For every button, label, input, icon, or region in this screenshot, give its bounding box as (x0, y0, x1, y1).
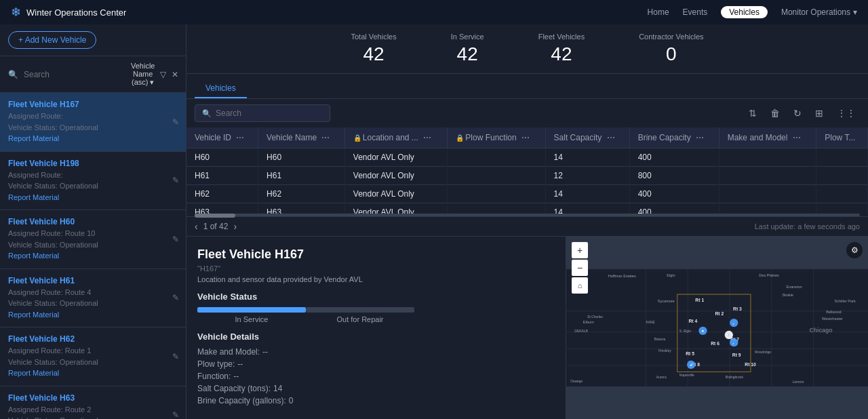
vehicle-edit-icon[interactable]: ✎ (172, 117, 179, 127)
vehicle-report-link[interactable]: Report Material (8, 369, 59, 377)
cell-vehicle-name: H60 (258, 148, 345, 167)
table-row[interactable]: H61 H61 Vendor AVL Only 12 800 (186, 167, 868, 185)
nav-events[interactable]: Events (683, 7, 708, 17)
vehicle-item-meta: Assigned Route: Route 10Vehicle Status: … (8, 228, 178, 262)
map-controls: + − ⌂ (572, 242, 588, 294)
cell-make-model (719, 203, 816, 214)
table-row[interactable]: H63 H63 Vendor AVL Only 14 400 (186, 203, 868, 214)
table-row[interactable]: H60 H60 Vendor AVL Only 14 400 (186, 148, 868, 167)
table-area: Vehicles 🔍 ⇅ 🗑 ↻ ⊞ ⋮⋮ (186, 74, 868, 419)
detail-function: Function: -- (197, 372, 555, 381)
status-out-repair-label: Out for Repair (306, 315, 414, 323)
svg-text:Rt 4: Rt 4 (688, 319, 697, 323)
stat-fleet-vehicles: Fleet Vehicles 42 (538, 33, 585, 65)
vehicle-item-meta: Assigned Route: Route 2Vehicle Status: O… (8, 404, 178, 420)
svg-text:Rt 6: Rt 6 (711, 341, 719, 346)
vehicle-report-link[interactable]: Report Material (8, 311, 59, 319)
cell-plow-function (448, 185, 545, 203)
top-navigation: ❄ Winter Operations Center Home Events V… (0, 0, 868, 24)
col-plow-function: 🔒Plow Function ⋯ (448, 127, 545, 148)
svg-text:↙: ↙ (690, 362, 693, 367)
vehicle-report-link[interactable]: Report Material (8, 134, 59, 142)
vehicle-edit-icon[interactable]: ✎ (172, 410, 179, 419)
filter-icon[interactable]: ▽ (160, 70, 166, 79)
detail-brine-capacity: Brine Capacity (gallons): 0 (197, 396, 555, 405)
tab-vehicles[interactable]: Vehicles (195, 79, 247, 98)
sidebar-search-input[interactable] (24, 70, 125, 79)
nav-vehicles[interactable]: Vehicles (721, 6, 768, 18)
vehicle-list-item[interactable]: Fleet Vehicle H167 Assigned Route:Vehicl… (0, 93, 186, 152)
vehicle-list-item[interactable]: Fleet Vehicle H63 Assigned Route: Route … (0, 386, 186, 420)
brand-title: Winter Operations Center (26, 7, 126, 18)
col-sort-model[interactable]: ⋯ (793, 133, 801, 142)
table-toolbar: 🔍 ⇅ 🗑 ↻ ⊞ ⋮⋮ (186, 99, 868, 127)
table-grid-btn[interactable]: ⋮⋮ (833, 106, 860, 120)
clear-filter-icon[interactable]: ✕ (172, 70, 178, 79)
vehicle-edit-icon[interactable]: ✎ (172, 235, 179, 244)
svg-text:Oswego: Oswego (570, 380, 583, 383)
vehicle-list-item[interactable]: Fleet Vehicle H60 Assigned Route: Route … (0, 210, 186, 269)
cell-salt-capacity: 14 (545, 203, 629, 214)
vehicle-list-item[interactable]: Fleet Vehicle H62 Assigned Route: Route … (0, 327, 186, 386)
table-filter-btn[interactable]: ⇅ (745, 106, 761, 120)
col-sort-brine[interactable]: ⋯ (696, 133, 704, 142)
vehicles-table: Vehicle ID ⋯ Vehicle Name ⋯ 🔒Location an… (186, 127, 868, 214)
vehicle-list: Fleet Vehicle H167 Assigned Route:Vehicl… (0, 93, 186, 419)
col-sort-salt[interactable]: ⋯ (607, 133, 615, 142)
map-zoom-in-btn[interactable]: + (572, 242, 588, 258)
cell-vehicle-name: H62 (258, 185, 345, 203)
vehicle-item-name: Fleet Vehicle H198 (8, 159, 178, 168)
stat-contractor-vehicles: Contractor Vehicles 0 (639, 33, 703, 65)
table-search-container: 🔍 (195, 104, 330, 122)
nav-home[interactable]: Home (648, 7, 669, 17)
vehicle-item-name: Fleet Vehicle H62 (8, 334, 178, 344)
sort-button[interactable]: Vehicle Name (asc) ▾ (131, 62, 155, 87)
status-labels: In Service Out for Repair (197, 315, 555, 323)
svg-text:›: › (732, 340, 734, 345)
table-delete-btn[interactable]: 🗑 (766, 106, 784, 120)
cell-location: Vendor AVL Only (344, 167, 447, 185)
add-vehicle-button[interactable]: + Add New Vehicle (8, 31, 96, 49)
status-bar-container (197, 307, 555, 313)
next-page-btn[interactable]: › (233, 221, 237, 232)
vehicle-report-link[interactable]: Report Material (8, 193, 59, 201)
vehicle-report-link[interactable]: Report Material (8, 252, 59, 260)
col-plow-type: Plow T... (816, 127, 868, 148)
detail-salt-capacity: Salt Capacity (tons): 14 (197, 384, 555, 393)
table-row[interactable]: H62 H62 Vendor AVL Only 14 400 (186, 185, 868, 203)
vehicle-edit-icon[interactable]: ✎ (172, 293, 179, 302)
svg-text:Rt 10: Rt 10 (745, 362, 756, 367)
cell-brine-capacity: 400 (629, 148, 719, 167)
col-sort-plow[interactable]: ⋯ (521, 133, 530, 142)
table-search-input[interactable] (216, 108, 317, 118)
nav-monitor[interactable]: Monitor Operations ▾ (781, 7, 857, 17)
prev-page-btn[interactable]: ‹ (195, 221, 198, 232)
detail-vehicle-subtitle: "H167" (197, 264, 555, 273)
data-table: Vehicle ID ⋯ Vehicle Name ⋯ 🔒Location an… (186, 127, 868, 214)
svg-text:Chicago: Chicago (809, 327, 832, 334)
cell-plow-type (816, 203, 868, 214)
table-export-btn[interactable]: ⊞ (811, 106, 827, 120)
map-settings-btn[interactable]: ⚙ (846, 242, 863, 258)
table-scrollbar[interactable] (195, 214, 860, 216)
table-refresh-btn[interactable]: ↻ (789, 106, 806, 120)
col-sort-name[interactable]: ⋯ (321, 133, 330, 142)
map-zoom-out-btn[interactable]: − (572, 260, 588, 276)
vehicle-list-item[interactable]: Fleet Vehicle H61 Assigned Route: Route … (0, 269, 186, 328)
col-location: 🔒Location and ... ⋯ (344, 127, 447, 148)
vehicle-list-item[interactable]: Fleet Vehicle H198 Assigned Route:Vehicl… (0, 152, 186, 211)
vehicle-item-name: Fleet Vehicle H60 (8, 217, 178, 226)
vehicle-edit-icon[interactable]: ✎ (172, 352, 179, 361)
svg-text:‹: ‹ (732, 321, 734, 325)
map-home-btn[interactable]: ⌂ (572, 277, 588, 294)
vehicle-edit-icon[interactable]: ✎ (172, 176, 179, 185)
col-sort-icon[interactable]: ⋯ (236, 133, 244, 142)
col-sort-loc[interactable]: ⋯ (423, 133, 431, 142)
chevron-down-icon: ▾ (853, 7, 857, 17)
brand-icon: ❄ (11, 5, 21, 20)
svg-text:Hinckley: Hinckley (658, 349, 671, 353)
stat-total-vehicles: Total Vehicles 42 (351, 33, 396, 65)
cell-vehicle-id: H60 (186, 148, 258, 167)
vehicle-item-name: Fleet Vehicle H167 (8, 100, 178, 109)
svg-text:KANE: KANE (646, 321, 655, 324)
